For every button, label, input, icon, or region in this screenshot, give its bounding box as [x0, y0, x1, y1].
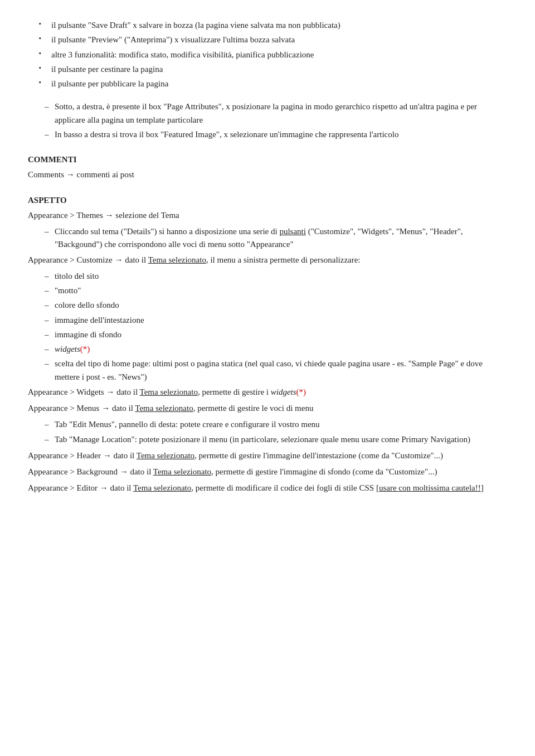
customize-item-6: widgets(*): [45, 343, 507, 356]
top-bullet-section: il pulsante "Save Draft" x salvare in bo…: [28, 19, 507, 90]
commenti-line: Comments → commenti ai post: [28, 168, 507, 181]
menus-item-1: Tab "Edit Menus", pannello di desta: pot…: [45, 418, 507, 431]
menus-line: Appearance > Menus → dato il Tema selezi…: [28, 402, 507, 415]
editor-tema-underline: Tema selezionato: [133, 483, 191, 492]
customize-tema-underline: Tema selezionato: [148, 255, 206, 264]
themes-dash-list: Cliccando sul tema ("Details") si hanno …: [45, 225, 507, 251]
pulsanti-underline: pulsanti: [279, 227, 306, 236]
background-tema-underline: Tema selezionato: [153, 467, 211, 476]
commenti-section: COMMENTI Comments → commenti ai post: [28, 153, 507, 182]
customize-item-1: titolo del sito: [45, 270, 507, 283]
page-attributes-list: Sotto, a destra, è presente il box "Page…: [45, 100, 507, 141]
aspetto-themes-line: Appearance > Themes → selezione del Tema: [28, 209, 507, 222]
background-line: Appearance > Background → dato il Tema s…: [28, 466, 507, 478]
bullet-item-3: altre 3 funzionalità: modifica stato, mo…: [39, 49, 507, 61]
menus-item-2: Tab "Manage Location": potete posizionar…: [45, 433, 507, 446]
customize-item-2: "motto": [45, 284, 507, 297]
commenti-heading: COMMENTI: [28, 153, 507, 166]
customize-line: Appearance > Customize → dato il Tema se…: [28, 254, 507, 266]
bullet-item-2: il pulsante "Preview" ("Anteprima") x vi…: [39, 33, 507, 46]
bullet-item-4: il pulsante per cestinare la pagina: [39, 63, 507, 76]
widgets-tema-underline: Tema selezionato: [140, 387, 198, 396]
menus-dash-list: Tab "Edit Menus", pannello di desta: pot…: [45, 418, 507, 446]
customize-item-7: scelta del tipo di home page: ultimi pos…: [45, 357, 507, 384]
header-tema-underline: Tema selezionato: [137, 451, 194, 460]
top-bullet-list: il pulsante "Save Draft" x salvare in bo…: [39, 19, 507, 90]
customize-dash-list: titolo del sito "motto" colore dello sfo…: [45, 270, 507, 384]
page-attributes-item: Sotto, a destra, è presente il box "Page…: [45, 100, 507, 127]
bullet-item-1: il pulsante "Save Draft" x salvare in bo…: [39, 19, 507, 32]
cautela-underline: usare con moltissima cautela!!: [379, 483, 481, 492]
customize-item-4: immagine dell'intestazione: [45, 314, 507, 327]
menus-tema-underline: Tema selezionato: [135, 404, 193, 413]
aspetto-section: ASPETTO Appearance > Themes → selezione …: [28, 194, 507, 495]
featured-image-item: In basso a destra si trova il box "Featu…: [45, 128, 507, 141]
editor-line: Appearance > Editor → dato il Tema selez…: [28, 482, 507, 495]
main-content: il pulsante "Save Draft" x salvare in bo…: [28, 19, 507, 495]
customize-item-5: immagine di sfondo: [45, 328, 507, 341]
widgets-line: Appearance > Widgets → dato il Tema sele…: [28, 386, 507, 399]
customize-item-3: colore dello sfondo: [45, 299, 507, 312]
page-attributes-section: Sotto, a destra, è presente il box "Page…: [28, 100, 507, 141]
themes-dash-item: Cliccando sul tema ("Details") si hanno …: [45, 225, 507, 251]
header-line: Appearance > Header → dato il Tema selez…: [28, 449, 507, 462]
bullet-item-5: il pulsante per pubblicare la pagina: [39, 77, 507, 90]
aspetto-heading: ASPETTO: [28, 194, 507, 207]
